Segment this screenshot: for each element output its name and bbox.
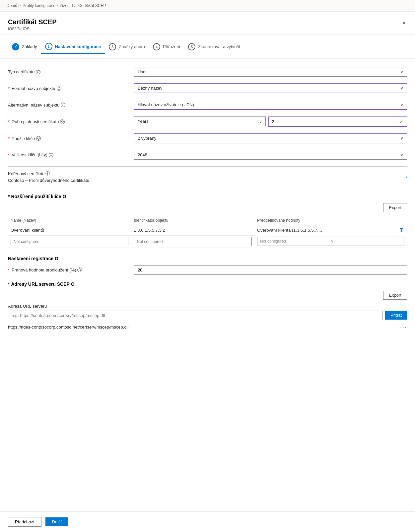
key-usage-info-icon[interactable]: O xyxy=(36,136,41,141)
renewal-row: * Prahová hodnota prodloužení (%) O xyxy=(8,265,407,275)
duration-unit-select[interactable]: Years ∨ xyxy=(134,116,266,126)
next-button[interactable]: Další xyxy=(45,517,69,526)
key-usage-control: 2 vybraný ∨ xyxy=(134,133,407,143)
subject-format-value: Běžný název xyxy=(138,86,400,91)
alt-subject-row: Alternativní název subjektu O Hlavní náz… xyxy=(8,100,407,110)
url-options-button[interactable]: ··· xyxy=(400,324,407,331)
eku-new-row: Not configured ∨ xyxy=(8,235,407,248)
table-row: Ověřování klientů 1.3.6.1.5.5.7.3.2 Ověř… xyxy=(8,225,407,236)
cert-type-label: Typ certifikátu O xyxy=(8,69,134,74)
alt-subject-control: Hlavní název uživatele (UPN) ∨ xyxy=(134,100,407,110)
root-cert-value: Contoso – Profil důvěryhodného certifiká… xyxy=(8,178,405,183)
subject-format-row: * Formát názvu subjektu O Běžný název ∨ xyxy=(8,83,407,93)
eku-info-icon[interactable]: O xyxy=(62,194,66,199)
eku-row-delete-icon[interactable]: 🗑 xyxy=(399,227,404,233)
scep-export-wrapper: Export xyxy=(8,291,407,300)
add-url-button[interactable]: Přidat xyxy=(385,311,407,320)
url-value: https://ndes-contosocorp.contoso.net/cer… xyxy=(8,325,128,330)
eku-new-name-input[interactable] xyxy=(11,237,128,246)
eku-new-predefined-arrow-icon: ∨ xyxy=(331,239,401,244)
scep-urls-required: * xyxy=(8,281,10,287)
registration-info-icon[interactable]: O xyxy=(55,256,58,261)
eku-export-button[interactable]: Export xyxy=(383,203,407,212)
key-size-info-icon[interactable]: O xyxy=(49,153,53,157)
alt-subject-arrow-icon: ∨ xyxy=(400,103,403,107)
step-scope[interactable]: 3 Značky oboru xyxy=(105,40,149,53)
scep-urls-heading: * Adresy URL serveru SCEP O xyxy=(8,281,407,287)
key-size-row: * Velikost klíče (bity) O 2048 ∨ xyxy=(8,150,407,160)
url-input[interactable] xyxy=(8,311,382,320)
renewal-required: * xyxy=(8,267,10,272)
breadcrumb-current: Certifikát SCEP xyxy=(78,3,106,8)
cert-validity-info-icon[interactable]: O xyxy=(60,119,65,124)
subject-format-required: * xyxy=(8,86,10,91)
eku-new-oid-input[interactable] xyxy=(134,237,251,246)
key-usage-select[interactable]: 2 vybraný ∨ xyxy=(134,133,407,143)
alt-subject-value: Hlavní název uživatele (UPN) xyxy=(138,102,400,107)
step-review[interactable]: 5 Zkontrolovat a vytvořit xyxy=(184,40,244,53)
scep-export-button[interactable]: Export xyxy=(383,291,407,300)
eku-table: Name (Název) Identifikátor objektu Předd… xyxy=(8,216,407,248)
wizard-steps: ✓ Základy 2 Nastavení konfigurace 3 Znač… xyxy=(0,35,415,59)
step-basics[interactable]: ✓ Základy xyxy=(8,40,41,53)
list-item: https://ndes-contosocorp.contoso.net/cer… xyxy=(8,320,407,334)
panel-subtitle: iOS/iPadOS xyxy=(8,27,57,31)
subject-format-control: Běžný název ∨ xyxy=(134,83,407,93)
duration-unit-wrapper: Years ∨ xyxy=(134,116,266,127)
renewal-label: * Prahová hodnota prodloužení (%) O xyxy=(8,267,134,272)
breadcrumb-profiles[interactable]: Profily konfigurace zařízení I > xyxy=(23,3,76,8)
eku-new-predefined-select[interactable]: Not configured ∨ xyxy=(257,237,404,246)
step-review-num: 5 xyxy=(188,43,195,50)
step-config-num: 2 xyxy=(45,43,52,50)
cert-type-info-icon[interactable]: O xyxy=(36,70,40,74)
cert-type-select[interactable]: User ∨ xyxy=(134,67,407,77)
cert-validity-row: * Doba platnosti certifikátu O Years ∨ ✓ xyxy=(8,116,407,127)
server-url-label: Adresa URL serveru xyxy=(8,304,407,309)
alt-subject-label: Alternativní název subjektu O xyxy=(8,103,134,108)
step-config[interactable]: 2 Nastavení konfigurace xyxy=(41,40,105,54)
duration-row: Years ∨ ✓ xyxy=(134,116,407,127)
root-cert-chevron-icon[interactable]: › xyxy=(405,174,407,180)
eku-new-oid-wrapper xyxy=(131,235,254,248)
duration-unit-arrow-icon: ∨ xyxy=(259,119,262,124)
key-size-label: * Velikost klíče (bity) O xyxy=(8,152,134,157)
renewal-value-input[interactable] xyxy=(134,265,407,275)
key-size-select[interactable]: 2048 ∨ xyxy=(134,150,407,160)
back-button[interactable]: Předchozí xyxy=(8,517,41,527)
renewal-control xyxy=(134,265,407,275)
footer: Předchozí Další xyxy=(0,511,415,532)
eku-required: * xyxy=(8,194,10,199)
key-size-arrow-icon: ∨ xyxy=(400,153,403,157)
subject-format-info-icon[interactable]: O xyxy=(57,86,61,91)
eku-row-oid: 1.3.6.1.5.5.7.3.2 xyxy=(131,225,254,236)
registration-section: Nastavení registrace O * Prahová hodnota… xyxy=(8,256,407,275)
cert-type-arrow-icon: ∨ xyxy=(400,70,403,74)
eku-row-predefined: Ověřování klienta (1.3.6.1.5.5.7.... 🗑 xyxy=(254,225,407,235)
cert-type-row: Typ certifikátu O User ∨ xyxy=(8,67,407,77)
close-button[interactable]: × xyxy=(401,18,407,28)
root-cert-info-icon[interactable]: ⓘ xyxy=(45,171,50,177)
step-assignment[interactable]: 4 Přiřazení xyxy=(149,40,184,53)
root-cert-section: Kořenový certifikát ⓘ Contoso – Profil d… xyxy=(8,166,407,187)
step-assignment-label: Přiřazení xyxy=(163,44,180,49)
duration-value-wrapper: ✓ xyxy=(268,116,407,127)
key-size-value: 2048 xyxy=(138,152,400,157)
duration-value-input[interactable] xyxy=(272,119,377,124)
root-cert-label: Kořenový certifikát ⓘ xyxy=(8,171,405,177)
step-basics-label: Základy xyxy=(22,44,37,49)
alt-subject-info-icon[interactable]: O xyxy=(61,103,65,107)
scep-urls-section: * Adresy URL serveru SCEP O Export Adres… xyxy=(8,281,407,334)
cert-type-control: User ∨ xyxy=(134,67,407,77)
subject-format-label: * Formát názvu subjektu O xyxy=(8,86,134,91)
cert-validity-required: * xyxy=(8,119,10,124)
key-usage-value: 2 vybraný xyxy=(138,136,400,141)
alt-subject-select[interactable]: Hlavní název uživatele (UPN) ∨ xyxy=(134,100,407,110)
eku-export-wrapper: Export xyxy=(8,203,407,212)
scep-urls-info-icon[interactable]: O xyxy=(71,281,75,287)
subject-format-select[interactable]: Běžný název ∨ xyxy=(134,83,407,93)
breadcrumb-home[interactable]: Domů > xyxy=(7,3,21,8)
key-usage-required: * xyxy=(8,136,10,141)
cert-type-value: User xyxy=(138,69,400,74)
eku-col-oid: Identifikátor objektu xyxy=(131,216,254,225)
renewal-info-icon[interactable]: O xyxy=(77,267,82,272)
